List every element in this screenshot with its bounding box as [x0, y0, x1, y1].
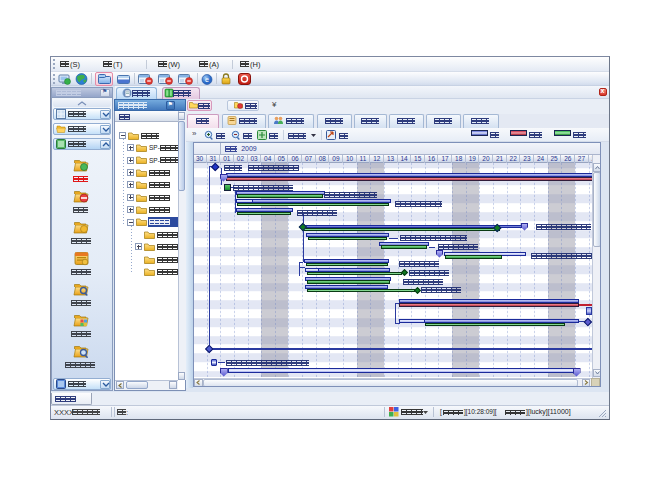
svg-text:e: e — [205, 76, 209, 83]
